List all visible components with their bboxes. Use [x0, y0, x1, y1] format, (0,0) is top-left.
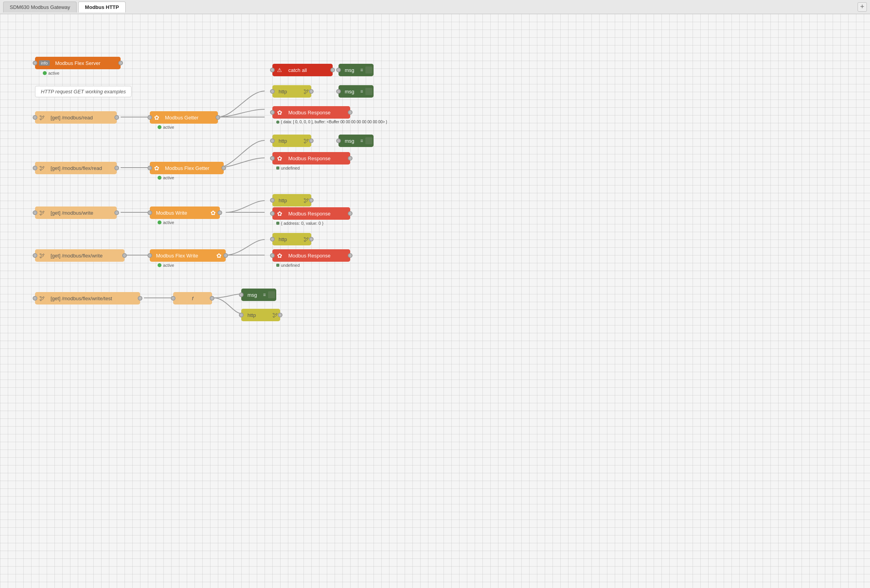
- modbus-response4-status: undefined: [276, 263, 300, 268]
- tab-bar: SDM630 Modbus Gateway Modbus HTTP +: [0, 0, 870, 14]
- get-modbus-write-node[interactable]: 🕊 [get] /modbus/write: [35, 206, 117, 219]
- http-out4-node[interactable]: http 🕊: [272, 233, 311, 245]
- modbus-write-status: active: [158, 220, 174, 225]
- modbus-flex-write-node[interactable]: Modbus Flex Write ✿: [150, 249, 226, 262]
- http-out2-node[interactable]: http 🕊: [272, 135, 311, 147]
- modbus-response2-status: undefined: [276, 166, 300, 170]
- modbus-flex-getter-node[interactable]: ✿ Modbus Flex Getter: [150, 162, 224, 174]
- modbus-response2-node[interactable]: ✿ Modbus Response: [272, 152, 350, 164]
- modbus-flex-server-status: active: [43, 71, 60, 75]
- msg-http2-node[interactable]: msg ≡: [339, 135, 374, 147]
- canvas: info Modbus Flex Server active HTTP requ…: [0, 14, 870, 588]
- msg3-node[interactable]: msg ≡: [241, 289, 276, 301]
- modbus-getter-node[interactable]: ✿ Modbus Getter: [150, 111, 218, 124]
- modbus-flex-write-status: active: [158, 263, 174, 268]
- get-modbus-read-node[interactable]: 🕊 [get] /modbus/read: [35, 111, 117, 124]
- tab-modbus-http[interactable]: Modbus HTTP: [78, 2, 125, 12]
- get-modbus-flex-write-node[interactable]: 🕊 [get] /modbus/flex/write: [35, 249, 125, 262]
- http-out1-node[interactable]: http 🕊: [272, 85, 311, 98]
- modbus-response4-node[interactable]: ✿ Modbus Response: [272, 249, 350, 262]
- get-modbus-flex-read-node[interactable]: 🕊 [get] /modbus/flex/read: [35, 162, 117, 174]
- modbus-response1-status: { data: [ 0, 0, 0, 0 ], buffer: <Buffer …: [276, 120, 387, 124]
- modbus-flex-getter-status: active: [158, 175, 174, 180]
- catch-all-node[interactable]: ⚠ catch all: [272, 64, 333, 76]
- modbus-response3-node[interactable]: ✿ Modbus Response: [272, 207, 350, 220]
- http-out3-node[interactable]: http 🕊: [272, 194, 311, 206]
- modbus-response1-node[interactable]: ✿ Modbus Response: [272, 106, 350, 119]
- get-modbus-flex-write-test-node[interactable]: 🕊 [get] /modbus/flex/write/test: [35, 292, 140, 304]
- modbus-write-node[interactable]: Modbus Write ✿: [150, 206, 220, 219]
- modbus-response3-status: { address: 0, value: 0 }: [276, 221, 323, 226]
- http-comment-node: HTTP request GET working examples: [35, 86, 132, 97]
- function-node[interactable]: f: [173, 292, 212, 304]
- tab-add-button[interactable]: +: [858, 2, 867, 12]
- http-out5-node[interactable]: http 🕊: [241, 309, 280, 321]
- msg2-node[interactable]: msg ≡: [339, 85, 374, 98]
- msg1-node[interactable]: msg ≡: [339, 64, 374, 76]
- modbus-getter-status: active: [158, 125, 174, 130]
- modbus-flex-server-node[interactable]: info Modbus Flex Server: [35, 57, 121, 69]
- tab-sdm630[interactable]: SDM630 Modbus Gateway: [3, 2, 77, 12]
